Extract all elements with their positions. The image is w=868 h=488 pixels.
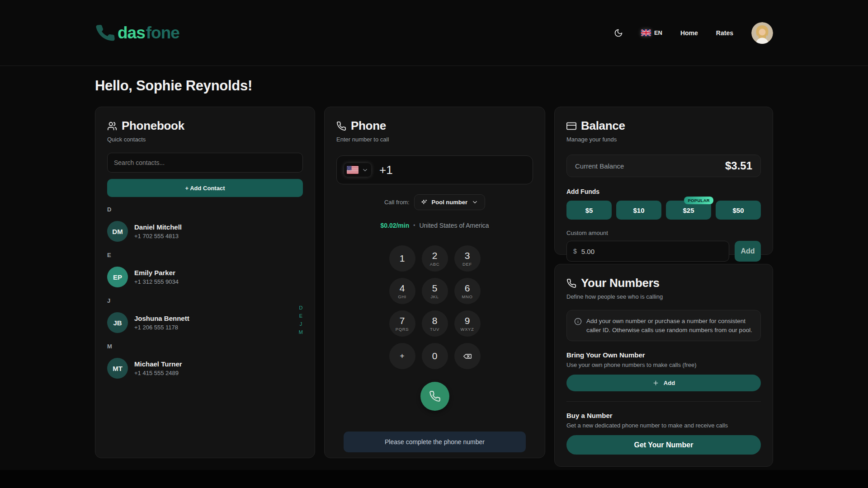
alphabet-index-letter[interactable]: D <box>299 305 302 310</box>
get-your-number-button[interactable]: Get Your Number <box>566 435 761 455</box>
contact-row[interactable]: EP Emily Parker +1 312 555 9034 <box>107 266 303 288</box>
add-funds-button[interactable]: Add <box>735 241 761 262</box>
contact-name: Daniel Mitchell <box>134 223 182 231</box>
incomplete-number-banner: Please complete the phone number <box>344 432 526 452</box>
call-from-label: Call from: <box>384 199 410 206</box>
dialpad-key-8[interactable]: 8TUV <box>422 310 448 337</box>
search-contacts-input[interactable] <box>107 153 303 173</box>
phone-icon <box>566 278 576 288</box>
contact-avatar: DM <box>107 221 128 242</box>
current-balance-box: Current Balance $3.51 <box>566 155 761 177</box>
backspace-icon <box>462 352 472 361</box>
avatar[interactable] <box>751 22 773 44</box>
dialpad-key-7[interactable]: 7PQRS <box>389 310 415 337</box>
contact-group: D DM Daniel Mitchell +1 702 555 4813 <box>107 206 303 243</box>
contact-row[interactable]: DM Daniel Mitchell +1 702 555 4813 <box>107 220 303 243</box>
divider <box>566 401 761 402</box>
dialpad-key-1[interactable]: 1 <box>389 245 415 272</box>
contact-initials: EP <box>113 273 122 281</box>
amount-button-5[interactable]: $5 <box>566 201 612 220</box>
dialpad-key-0[interactable]: 0 <box>422 343 448 369</box>
users-icon <box>107 121 117 131</box>
dialpad-key-4[interactable]: 4GHI <box>389 278 415 304</box>
call-button[interactable] <box>420 382 449 411</box>
rate-country: United States of America <box>419 222 489 229</box>
contact-row[interactable]: MT Michael Turner +1 415 555 2489 <box>107 357 303 380</box>
rate-info: $0.02/min • United States of America <box>336 222 533 229</box>
header: das fone EN Home Rates <box>0 0 868 66</box>
contact-group-letter: J <box>107 297 303 304</box>
contact-group-letter: E <box>107 252 303 258</box>
amount-button-25[interactable]: $25 POPULAR <box>666 201 711 220</box>
alphabet-index-letter[interactable]: M <box>299 329 303 335</box>
currency-symbol: $ <box>573 248 577 255</box>
alphabet-index-letter[interactable]: E <box>299 313 302 319</box>
chevron-down-icon <box>472 199 478 206</box>
phone-subtitle: Enter number to call <box>336 136 533 143</box>
contact-group: E EP Emily Parker +1 312 555 9034 <box>107 252 303 288</box>
dialpad-key-5[interactable]: 5JKL <box>422 278 448 304</box>
avatar-photo <box>751 22 773 44</box>
dialpad-key-6[interactable]: 6MNO <box>454 278 481 304</box>
rate-separator: • <box>413 222 415 229</box>
byon-subtitle: Use your own phone numbers to make calls… <box>566 361 761 368</box>
balance-title: Balance <box>581 119 625 133</box>
phone-title: Phone <box>351 119 386 133</box>
buy-number-title: Buy a Number <box>566 412 761 419</box>
dialpad-key-3[interactable]: 3DEF <box>454 245 481 272</box>
language-selector[interactable]: EN <box>641 29 662 36</box>
contact-row[interactable]: JB Joshuna Bennett +1 206 555 1178 <box>107 311 303 334</box>
info-icon <box>574 318 582 325</box>
logo-phone-icon <box>94 21 117 44</box>
contact-name: Emily Parker <box>134 269 179 277</box>
contact-name: Joshuna Bennett <box>134 314 189 322</box>
byon-add-button[interactable]: Add <box>566 375 761 391</box>
phone-number-input[interactable] <box>379 163 531 177</box>
contact-initials: DM <box>112 228 123 235</box>
contact-group: M MT Michael Turner +1 415 555 2489 <box>107 343 303 380</box>
contact-phone: +1 206 555 1178 <box>134 324 189 331</box>
logo[interactable]: das fone <box>95 23 179 43</box>
alphabet-index-letter[interactable]: J <box>300 321 302 327</box>
custom-amount-input[interactable] <box>581 248 722 255</box>
phone-icon <box>336 121 346 131</box>
custom-amount-label: Custom amount <box>566 230 761 236</box>
moon-icon <box>614 28 623 38</box>
contact-list: D DM Daniel Mitchell +1 702 555 4813 E E… <box>107 206 303 380</box>
contact-phone: +1 312 555 9034 <box>134 278 179 285</box>
dialpad-key-backspace[interactable] <box>454 343 481 369</box>
dialpad-key-plus[interactable]: + <box>389 343 415 369</box>
footer <box>0 470 868 488</box>
your-numbers-panel: Your Numbers Define how people see who i… <box>554 264 773 467</box>
theme-toggle-button[interactable] <box>614 28 623 38</box>
nav-link-home[interactable]: Home <box>680 29 698 37</box>
contact-avatar: JB <box>107 312 128 333</box>
us-flag-icon <box>347 166 359 174</box>
dialpad-key-2[interactable]: 2ABC <box>422 245 448 272</box>
balance-panel: Balance Manage your funds Current Balanc… <box>554 107 773 255</box>
contact-phone: +1 415 555 2489 <box>134 370 182 376</box>
buy-number-subtitle: Get a new dedicated phone number to make… <box>566 422 761 429</box>
dialpad-key-9[interactable]: 9WXYZ <box>454 310 481 337</box>
current-balance-value: $3.51 <box>725 160 752 172</box>
add-contact-button[interactable]: + Add Contact <box>107 179 303 197</box>
nav-link-rates[interactable]: Rates <box>716 29 733 37</box>
chevron-down-icon <box>362 167 368 174</box>
main-nav: EN Home Rates <box>614 22 773 44</box>
contact-group-letter: M <box>107 343 303 350</box>
contact-initials: MT <box>113 365 123 372</box>
call-from-select[interactable]: Pool number <box>414 194 485 210</box>
add-funds-label: Add Funds <box>566 188 761 195</box>
logo-text-fone: fone <box>146 23 179 42</box>
your-numbers-title: Your Numbers <box>581 276 660 290</box>
contact-initials: JB <box>113 319 122 327</box>
amount-button-10[interactable]: $10 <box>616 201 661 220</box>
country-selector[interactable] <box>344 163 371 177</box>
sparkles-icon <box>421 199 428 206</box>
call-from-value: Pool number <box>432 199 467 206</box>
dialpad: 1 2ABC 3DEF 4GHI 5JKL 6MNO 7PQRS 8TUV 9W… <box>389 245 481 369</box>
amount-button-50[interactable]: $50 <box>716 201 761 220</box>
your-numbers-subtitle: Define how people see who is calling <box>566 293 761 300</box>
contact-avatar: MT <box>107 358 128 379</box>
phonebook-panel: Phonebook Quick contacts + Add Contact D… <box>95 107 315 458</box>
